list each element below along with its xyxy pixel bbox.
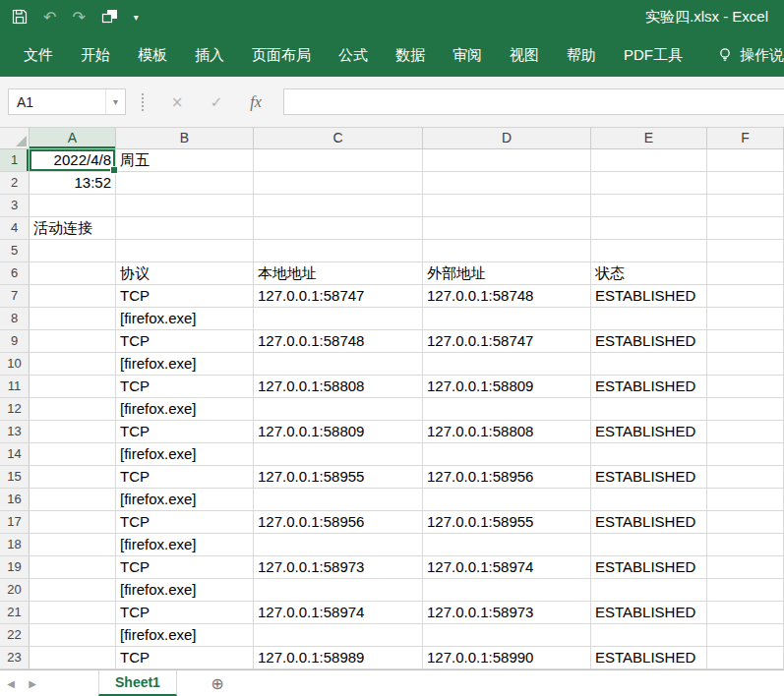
- cell-A4[interactable]: 活动连接: [30, 217, 116, 240]
- cell-C21[interactable]: 127.0.0.1:58974: [254, 602, 423, 624]
- cell-E17[interactable]: ESTABLISHED: [591, 511, 707, 534]
- cell-C5[interactable]: [254, 240, 423, 262]
- cell-F5[interactable]: [707, 240, 784, 262]
- row-header-8[interactable]: 8: [0, 308, 30, 330]
- cell-E13[interactable]: ESTABLISHED: [591, 421, 707, 443]
- row-header-11[interactable]: 11: [0, 376, 30, 398]
- cell-A10[interactable]: [30, 353, 116, 376]
- cell-E8[interactable]: [591, 308, 707, 330]
- cell-C3[interactable]: [254, 195, 423, 217]
- cell-D20[interactable]: [423, 579, 591, 602]
- select-all-button[interactable]: [0, 128, 30, 148]
- row-header-18[interactable]: 18: [0, 534, 30, 556]
- cell-E14[interactable]: [591, 443, 707, 466]
- cell-B3[interactable]: [116, 195, 254, 217]
- row-header-9[interactable]: 9: [0, 330, 30, 353]
- add-sheet-button[interactable]: ⊕: [203, 670, 232, 696]
- ribbon-tab-审阅[interactable]: 审阅: [439, 33, 496, 77]
- cell-B4[interactable]: [116, 217, 254, 240]
- row-header-23[interactable]: 23: [0, 647, 30, 669]
- cell-B13[interactable]: TCP: [116, 421, 254, 443]
- cell-F9[interactable]: [707, 330, 784, 353]
- cell-A21[interactable]: [30, 602, 116, 624]
- cell-E5[interactable]: [591, 240, 707, 262]
- cell-D17[interactable]: 127.0.0.1:58955: [423, 511, 591, 534]
- cell-A3[interactable]: [30, 195, 116, 217]
- column-header-B[interactable]: B: [116, 128, 254, 148]
- cell-A22[interactable]: [30, 624, 116, 647]
- cell-E22[interactable]: [591, 624, 707, 647]
- cell-E12[interactable]: [591, 398, 707, 421]
- ribbon-tab-文件[interactable]: 文件: [10, 33, 67, 77]
- name-box[interactable]: A1 ▾: [8, 88, 126, 115]
- cell-E6[interactable]: 状态: [591, 262, 707, 285]
- cell-A17[interactable]: [30, 511, 116, 534]
- name-box-dropdown-icon[interactable]: ▾: [105, 89, 125, 114]
- ribbon-tab-视图[interactable]: 视图: [496, 33, 553, 77]
- cell-A15[interactable]: [30, 466, 116, 489]
- cell-B6[interactable]: 协议: [116, 262, 254, 285]
- cell-A19[interactable]: [30, 556, 116, 579]
- row-header-14[interactable]: 14: [0, 443, 30, 466]
- cell-E23[interactable]: ESTABLISHED: [591, 647, 707, 669]
- cell-F7[interactable]: [707, 285, 784, 308]
- cell-E4[interactable]: [591, 217, 707, 240]
- row-header-19[interactable]: 19: [0, 556, 30, 579]
- cell-B1[interactable]: 周五: [116, 149, 254, 172]
- cell-D1[interactable]: [423, 149, 591, 172]
- cell-D18[interactable]: [423, 534, 591, 556]
- cell-B12[interactable]: [firefox.exe]: [116, 398, 254, 421]
- cell-B23[interactable]: TCP: [116, 647, 254, 669]
- formula-bar-resize-grip[interactable]: [142, 93, 144, 111]
- ribbon-tab-PDF工具[interactable]: PDF工具: [610, 33, 696, 77]
- cell-E19[interactable]: ESTABLISHED: [591, 556, 707, 579]
- cell-A18[interactable]: [30, 534, 116, 556]
- cell-A23[interactable]: [30, 647, 116, 669]
- ribbon-tab-开始[interactable]: 开始: [67, 33, 124, 77]
- cell-F18[interactable]: [707, 534, 784, 556]
- cell-F8[interactable]: [707, 308, 784, 330]
- cell-C8[interactable]: [254, 308, 423, 330]
- cell-F17[interactable]: [707, 511, 784, 534]
- cell-C13[interactable]: 127.0.0.1:58809: [254, 421, 423, 443]
- cell-D23[interactable]: 127.0.0.1:58990: [423, 647, 591, 669]
- cell-C15[interactable]: 127.0.0.1:58955: [254, 466, 423, 489]
- row-header-7[interactable]: 7: [0, 285, 30, 308]
- cell-E9[interactable]: ESTABLISHED: [591, 330, 707, 353]
- cell-C19[interactable]: 127.0.0.1:58973: [254, 556, 423, 579]
- column-header-F[interactable]: F: [707, 128, 784, 148]
- row-header-21[interactable]: 21: [0, 602, 30, 624]
- cell-D12[interactable]: [423, 398, 591, 421]
- cell-E10[interactable]: [591, 353, 707, 376]
- cell-C11[interactable]: 127.0.0.1:58808: [254, 376, 423, 398]
- cell-F15[interactable]: [707, 466, 784, 489]
- cell-A9[interactable]: [30, 330, 116, 353]
- cell-A6[interactable]: [30, 262, 116, 285]
- cell-B21[interactable]: TCP: [116, 602, 254, 624]
- cell-B14[interactable]: [firefox.exe]: [116, 443, 254, 466]
- cell-A12[interactable]: [30, 398, 116, 421]
- insert-function-button[interactable]: fx: [236, 93, 275, 111]
- cell-E11[interactable]: ESTABLISHED: [591, 376, 707, 398]
- cell-E15[interactable]: ESTABLISHED: [591, 466, 707, 489]
- cell-D13[interactable]: 127.0.0.1:58808: [423, 421, 591, 443]
- cell-D21[interactable]: 127.0.0.1:58973: [423, 602, 591, 624]
- cell-B22[interactable]: [firefox.exe]: [116, 624, 254, 647]
- enter-button[interactable]: ✓: [197, 93, 236, 111]
- cell-E18[interactable]: [591, 534, 707, 556]
- cell-F23[interactable]: [707, 647, 784, 669]
- cell-D15[interactable]: 127.0.0.1:58956: [423, 466, 591, 489]
- cell-D2[interactable]: [423, 172, 591, 195]
- cell-D22[interactable]: [423, 624, 591, 647]
- cell-B2[interactable]: [116, 172, 254, 195]
- cell-B7[interactable]: TCP: [116, 285, 254, 308]
- cell-C16[interactable]: [254, 489, 423, 511]
- cell-A1[interactable]: 2022/4/8: [30, 149, 116, 172]
- cell-D10[interactable]: [423, 353, 591, 376]
- cell-E21[interactable]: ESTABLISHED: [591, 602, 707, 624]
- cell-E1[interactable]: [591, 149, 707, 172]
- cell-A14[interactable]: [30, 443, 116, 466]
- row-header-20[interactable]: 20: [0, 579, 30, 602]
- cell-C22[interactable]: [254, 624, 423, 647]
- row-header-3[interactable]: 3: [0, 195, 30, 217]
